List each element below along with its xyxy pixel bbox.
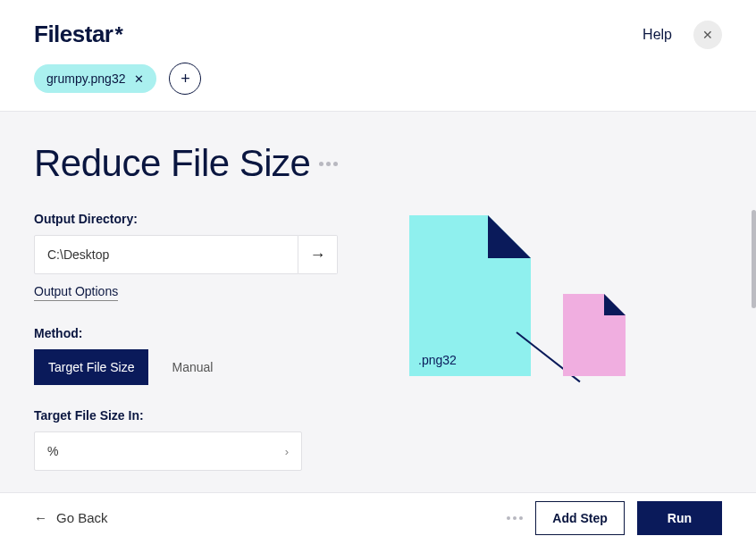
output-directory-input[interactable] xyxy=(34,235,298,274)
file-large-icon: .png32 xyxy=(409,215,531,376)
title-more-icon[interactable] xyxy=(319,162,338,166)
file-chip-row: grumpy.png32 ✕ + xyxy=(0,56,756,111)
form-column: Output Directory: → Output Options Metho… xyxy=(34,212,338,471)
output-directory-label: Output Directory: xyxy=(34,212,338,226)
logo-text: Filestar xyxy=(34,21,113,48)
chevron-right-icon: › xyxy=(285,445,289,458)
go-back-label: Go Back xyxy=(56,510,108,525)
plus-icon: + xyxy=(181,70,190,88)
method-label: Method: xyxy=(34,326,338,340)
browse-directory-button[interactable]: → xyxy=(298,235,338,274)
scrollbar[interactable] xyxy=(752,210,756,308)
go-back-button[interactable]: ← Go Back xyxy=(34,510,108,525)
footer-more-icon[interactable] xyxy=(507,516,523,520)
method-target-button[interactable]: Target File Size xyxy=(34,349,148,385)
arrow-left-icon: ← xyxy=(34,510,47,525)
close-button[interactable]: ✕ xyxy=(693,21,722,49)
file-small-icon xyxy=(563,294,626,376)
target-size-select[interactable]: % › xyxy=(34,431,302,471)
target-size-value: % xyxy=(47,444,58,458)
remove-file-icon[interactable]: ✕ xyxy=(134,72,144,86)
content-row: Output Directory: → Output Options Metho… xyxy=(34,212,722,471)
file-chip-label: grumpy.png32 xyxy=(46,71,125,86)
file-chip[interactable]: grumpy.png32 ✕ xyxy=(34,64,156,93)
output-directory-row: → xyxy=(34,235,338,274)
method-manual-button[interactable]: Manual xyxy=(157,349,227,385)
add-step-button[interactable]: Add Step xyxy=(535,501,624,535)
footer-right: Add Step Run xyxy=(507,501,722,535)
run-button[interactable]: Run xyxy=(637,501,722,535)
topbar: Filestar* Help ✕ xyxy=(0,0,756,56)
close-icon: ✕ xyxy=(702,28,713,42)
output-options-link[interactable]: Output Options xyxy=(34,284,118,301)
page-title: Reduce File Size xyxy=(34,142,310,185)
footer-bar: ← Go Back Add Step Run xyxy=(0,492,756,536)
file-extension-label: .png32 xyxy=(418,353,457,367)
logo-star-icon: * xyxy=(115,22,123,47)
add-file-button[interactable]: + xyxy=(169,63,201,95)
topbar-right: Help ✕ xyxy=(643,21,722,49)
app-logo: Filestar* xyxy=(34,21,122,48)
illustration: .png32 xyxy=(409,215,531,471)
target-size-label: Target File Size In: xyxy=(34,408,338,423)
method-toggle: Target File Size Manual xyxy=(34,349,338,385)
help-link[interactable]: Help xyxy=(643,27,672,43)
arrow-right-icon: → xyxy=(310,246,326,264)
main-panel: Reduce File Size Output Directory: → Out… xyxy=(0,111,756,492)
title-row: Reduce File Size xyxy=(34,142,722,185)
